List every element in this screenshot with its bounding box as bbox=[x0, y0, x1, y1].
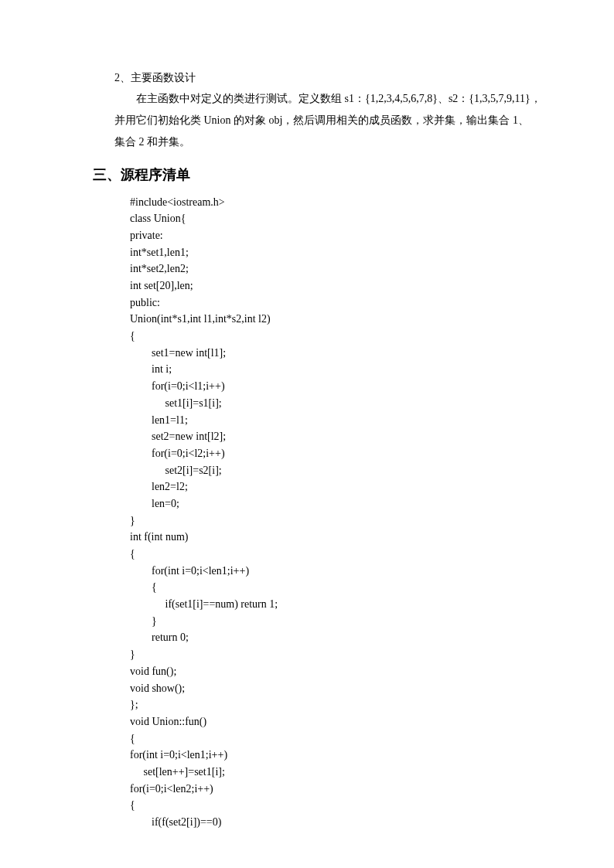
code-line: if(set1[i]==num) return 1; bbox=[130, 596, 544, 613]
code-line: { bbox=[130, 797, 544, 814]
subsection-title: 2、主要函数设计 bbox=[114, 70, 544, 87]
source-code-listing: #include<iostream.h> class Union{ privat… bbox=[130, 194, 544, 831]
code-line: len1=l1; bbox=[130, 412, 544, 429]
code-line: } bbox=[130, 646, 544, 663]
code-line: class Union{ bbox=[130, 210, 544, 227]
code-line: for(i=0;i<l2;i++) bbox=[130, 445, 544, 462]
code-line: for(i=0;i<l1;i++) bbox=[130, 378, 544, 395]
code-line: set2=new int[l2]; bbox=[130, 428, 544, 445]
section-heading: 三、源程序清单 bbox=[93, 164, 544, 186]
code-line: set[len++]=set1[i]; bbox=[130, 764, 544, 781]
paragraph-line: 在主函数中对定义的类进行测试。定义数组 s1：{1,2,3,4,5,6,7,8}… bbox=[114, 90, 544, 108]
code-line: if(f(set2[i])==0) bbox=[130, 814, 544, 831]
code-line: void Union::fun() bbox=[130, 713, 544, 730]
code-line: }; bbox=[130, 696, 544, 713]
code-line: for(int i=0;i<len1;i++) bbox=[130, 747, 544, 764]
code-line: set1[i]=s1[i]; bbox=[130, 395, 544, 412]
code-line: { bbox=[130, 546, 544, 563]
code-line: len=0; bbox=[130, 495, 544, 512]
code-line: for(i=0;i<len2;i++) bbox=[130, 781, 544, 798]
code-line: #include<iostream.h> bbox=[130, 194, 544, 211]
code-line: return 0; bbox=[130, 629, 544, 646]
paragraph-line: 集合 2 和并集。 bbox=[114, 133, 544, 151]
code-line: { bbox=[130, 328, 544, 345]
code-line: Union(int*s1,int l1,int*s2,int l2) bbox=[130, 311, 544, 328]
code-line: void show(); bbox=[130, 680, 544, 697]
document-page: 2、主要函数设计 在主函数中对定义的类进行测试。定义数组 s1：{1,2,3,4… bbox=[0, 0, 614, 868]
code-line: int*set1,len1; bbox=[130, 244, 544, 261]
code-line: int set[20],len; bbox=[130, 277, 544, 294]
code-line: set1=new int[l1]; bbox=[130, 345, 544, 362]
code-line: int i; bbox=[130, 361, 544, 378]
paragraph-line: 并用它们初始化类 Union 的对象 obj，然后调用相关的成员函数，求并集，输… bbox=[114, 111, 544, 130]
code-line: public: bbox=[130, 294, 544, 311]
code-line: set2[i]=s2[i]; bbox=[130, 462, 544, 479]
code-line: private: bbox=[130, 227, 544, 244]
code-line: len2=l2; bbox=[130, 478, 544, 495]
code-line: void fun(); bbox=[130, 663, 544, 680]
code-line: int f(int num) bbox=[130, 529, 544, 546]
code-line: { bbox=[130, 730, 544, 747]
code-line: for(int i=0;i<len1;i++) bbox=[130, 563, 544, 580]
code-line: int*set2,len2; bbox=[130, 260, 544, 277]
code-line: } bbox=[130, 613, 544, 630]
code-line: } bbox=[130, 512, 544, 529]
code-line: { bbox=[130, 579, 544, 596]
paragraph-block: 在主函数中对定义的类进行测试。定义数组 s1：{1,2,3,4,5,6,7,8}… bbox=[93, 90, 544, 151]
